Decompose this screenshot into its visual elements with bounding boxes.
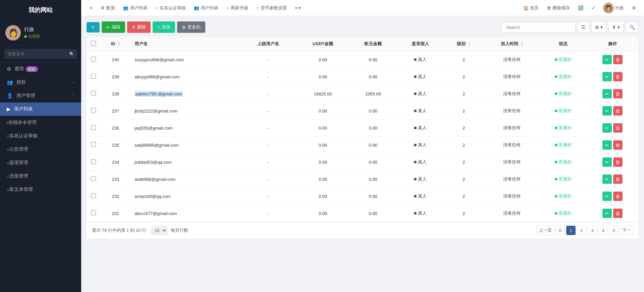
level-cell: 2 [444,120,483,137]
row-checkbox[interactable] [91,176,96,181]
row-checkbox[interactable] [91,91,96,96]
refresh-button[interactable]: ↻ [87,22,100,32]
sidebar-item-general[interactable]: ⚙ 通用 新款 [0,62,81,76]
page-size-select[interactable]: 10 20 50 [151,226,167,235]
row-delete-button[interactable]: 🗑 [613,174,623,184]
page-btn-0[interactable]: 0 [555,226,565,235]
row-delete-button[interactable]: 🗑 [613,157,623,167]
sidebar-item-withdraw[interactable]: ○ 提现管理 [0,156,81,169]
nav-settings[interactable]: ⚙ [629,3,639,12]
fake-cell: 真人 [397,188,444,205]
prev-page-button[interactable]: 上一页 [536,226,554,235]
per-page-label: 每页行数 [171,227,188,233]
nav-more[interactable]: ≡ ▾ [291,3,304,12]
search-button[interactable]: 🔍 [626,22,639,32]
sidebar-search-input[interactable] [4,49,77,59]
page-btn-4[interactable]: 4 [598,226,608,235]
nav-currency[interactable]: ○ 货币参数设置 [253,3,290,13]
menu-toggle-btn[interactable]: ≡ [87,3,96,12]
nav-config-label: 配置 [106,5,115,11]
delete-button[interactable]: ✕ 删除 [127,21,151,33]
row-checkbox[interactable] [91,125,96,130]
circle-icon-3: ○ [256,5,259,10]
view-list-button[interactable]: ☰ [578,22,589,32]
edit-button[interactable]: ✏ 编辑 [102,21,125,33]
nav-user[interactable]: 👩 行政 [600,1,627,15]
row-edit-button[interactable]: ✏ [602,106,612,116]
join-time-cell: 没有任何 [484,85,540,102]
id-cell: 239 [100,68,131,85]
row-edit-button[interactable]: ✏ [602,89,612,98]
sidebar-item-user-list[interactable]: ▶ 用户列表 [0,102,81,116]
col-username: 用户名 [131,37,240,51]
nav-realname[interactable]: ○ 实名认证审核 [152,3,190,13]
search-icon: 🔍 [629,24,635,30]
page-btn-2[interactable]: 2 [577,226,586,235]
sidebar-item-online-cmd[interactable]: › 在线命令管理 [0,116,81,129]
add-button[interactable]: + 添加 [153,21,175,33]
sidebar-item-recharge[interactable]: ○ 充值管理 [0,169,81,183]
fake-cell: 真人 [397,120,444,137]
top-nav: ≡ ⚙ 配置 👥 用户列表 ○ 实名认证审核 👥 用户列表 ○ 商家升级 ○ 货… [81,0,644,16]
row-checkbox[interactable] [91,108,96,113]
sidebar-item-announcement[interactable]: ○ 公告管理 [0,143,81,156]
nav-user-list[interactable]: 👥 用户列表 [120,3,151,13]
join-time-cell: 没有任何 [484,120,540,137]
row-edit-button[interactable]: ✏ [602,123,612,133]
page-btn-3[interactable]: 3 [588,226,597,235]
topnav-right: 🏠 首页 🗑 擦除缓存 🔠 ⤢ 👩 行政 ⚙ [521,1,639,15]
add-label: 添加 [162,24,170,30]
fake-cell: 真人 [397,68,444,85]
nav-user-list-label: 用户列表 [130,5,148,11]
row-delete-button[interactable]: 🗑 [613,209,623,218]
row-checkbox[interactable] [91,142,96,147]
more-button[interactable]: ⚙ 更多的 [177,21,205,33]
row-edit-button[interactable]: ✏ [602,174,612,184]
nav-fullscreen[interactable]: ⤢ [589,3,598,12]
row-checkbox[interactable] [91,74,96,79]
row-delete-button[interactable]: 🗑 [613,140,623,150]
row-checkbox[interactable] [91,210,96,215]
row-checkbox[interactable] [91,159,96,164]
page-btn-1[interactable]: 1 [566,226,576,235]
sidebar-item-auth[interactable]: 👥 授权 ‹ [0,76,81,89]
search-input[interactable] [502,22,576,32]
nav-config[interactable]: ⚙ 配置 [97,3,118,13]
row-edit-button[interactable]: ✏ [602,192,612,201]
level-cell: 2 [444,171,483,188]
row-edit-button[interactable]: ✏ [602,140,612,150]
row-edit-button[interactable]: ✏ [602,209,612,218]
username-cell: jasj555@gmail.com [131,120,240,137]
col-id: ID ▲▼ [100,37,131,51]
sidebar-item-user-mgmt[interactable]: 👤 用户管理 ˅ [0,89,81,102]
status-cell: 普通的 [540,171,586,188]
sidebar-item-richtext[interactable]: ○ 富文本管理 [0,183,81,196]
row-delete-button[interactable]: 🗑 [613,106,623,116]
view-filter-button[interactable]: ⬇ ▾ [608,22,624,32]
row-delete-button[interactable]: 🗑 [613,89,623,98]
row-delete-button[interactable]: 🗑 [613,123,623,133]
row-edit-button[interactable]: ✏ [602,55,612,64]
view-grid-button[interactable]: ⊞ ▾ [591,22,606,32]
row-checkbox[interactable] [91,193,96,198]
nav-user-list-2[interactable]: 👥 用户列表 [191,3,222,13]
page-btn-5[interactable]: 5 [609,226,619,235]
row-delete-button[interactable]: 🗑 [613,192,623,201]
row-edit-button[interactable]: ✏ [602,157,612,167]
nav-clear-cache[interactable]: 🗑 擦除缓存 [544,3,573,13]
row-delete-button[interactable]: 🗑 [613,55,623,64]
join-time-cell: 没有任何 [484,102,540,120]
row-edit-button[interactable]: ✏ [602,72,612,81]
nav-home[interactable]: 🏠 首页 [521,3,541,13]
parent-cell: - [240,154,296,171]
nav-lang[interactable]: 🔠 [575,3,586,12]
nav-merchant[interactable]: ○ 商家升级 [223,3,252,13]
sidebar-item-realname[interactable]: ○ 实名认证审核 [0,129,81,143]
row-checkbox[interactable] [91,57,96,62]
row-delete-button[interactable]: 🗑 [613,72,623,81]
nav-realname-label: 实名认证审核 [160,5,186,11]
username-cell: abcyyy888@gmail.com [131,68,240,85]
next-page-button[interactable]: 下一 [620,226,633,235]
parent-cell: - [240,120,296,137]
select-all-checkbox[interactable] [91,41,96,46]
